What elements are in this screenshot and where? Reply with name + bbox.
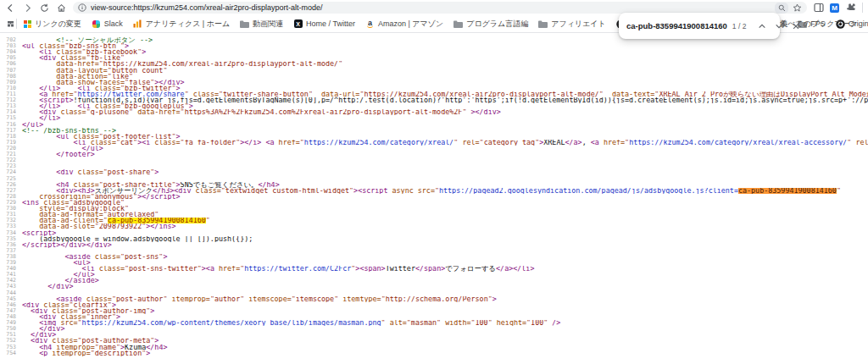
url-text: view-source:https://kzum254.com/xreal-ai…	[91, 3, 771, 12]
side-panel-icon[interactable]	[813, 3, 824, 14]
line-number: 722	[2, 157, 16, 163]
source-link[interactable]: https://twitter.com/C2Fcr	[244, 266, 351, 272]
m-extension-icon[interactable]: M	[830, 3, 839, 13]
page-info-icon[interactable]	[78, 3, 86, 12]
find-match: ca-pub-8359941900814160	[108, 218, 206, 223]
browser-window: view-source:https://kzum254.com/xreal-ai…	[0, 0, 868, 364]
line-number: 742	[2, 278, 16, 284]
source-line: 715 </li>	[2, 115, 868, 121]
source-line: 706 data-href="https://kzum254.com/xreal…	[2, 61, 868, 67]
line-number: 734	[2, 230, 16, 236]
source-line: 737	[2, 248, 868, 254]
source-line: 743 </div>	[2, 284, 868, 290]
lens-icon[interactable]	[775, 3, 788, 14]
source-line: 752 <div class="post-author-meta">	[2, 338, 868, 344]
extensions-puzzle-icon[interactable]	[845, 3, 856, 14]
source-line: 703<ul class="bzb-sns-btn ">	[2, 43, 868, 49]
source-line: 744	[2, 290, 868, 296]
source-line: 722	[2, 157, 868, 163]
line-number: 720	[2, 146, 16, 152]
source-line: 709 data-show-faces="false"></div>	[2, 80, 868, 85]
line-number: 738	[2, 254, 16, 260]
line-number: 711	[2, 91, 16, 97]
line-number: 747	[2, 308, 16, 314]
find-match-active: ca-pub-8359941900814160	[738, 188, 837, 194]
bookmark-label: リンクの変更	[35, 19, 81, 30]
view-source-content: 702 <!-- ソーシャルボタン -->703<ul class="bzb-s…	[0, 33, 868, 356]
find-previous-icon[interactable]	[756, 20, 768, 32]
bookmark-item[interactable]: プログラム言語編	[448, 17, 533, 30]
analytics-icon	[133, 19, 142, 29]
line-number: 731	[2, 212, 16, 218]
bookmark-item[interactable]: アフィリエイト	[533, 17, 610, 30]
find-next-icon[interactable]	[773, 20, 785, 32]
bookmark-item[interactable]: 動画関連	[235, 17, 288, 30]
source-link[interactable]: https://pagead2.googlesyndication.com/pa…	[439, 188, 738, 194]
source-line: 740 <li class="post-sns-twitter"><a href…	[2, 266, 868, 272]
address-bar[interactable]: view-source:https://kzum254.com/xreal-ai…	[73, 2, 807, 14]
line-number: 746	[2, 302, 16, 308]
source-line: 745 <aside class="post-author" itemprop=…	[2, 296, 868, 302]
line-number: 727	[2, 188, 16, 194]
reload-icon[interactable]	[39, 3, 50, 14]
find-query-input[interactable]: ca-pub-8359941900814160	[626, 21, 727, 30]
source-link[interactable]: https://kzum254.com/category/xreal/	[304, 140, 453, 146]
source-line: 742 </aside>	[2, 278, 868, 284]
find-close-icon[interactable]	[790, 20, 802, 32]
bookmark-item[interactable]: XHome / Twitter	[288, 17, 360, 30]
forward-icon[interactable]	[22, 3, 33, 14]
line-number: 749	[2, 320, 16, 326]
bookmark-label: Home / Twitter	[306, 19, 355, 28]
line-number: 702	[2, 37, 16, 43]
line-number: 725	[2, 176, 16, 182]
bookmark-item[interactable]: Slack	[86, 17, 128, 30]
toolbar-extensions: M	[813, 3, 863, 14]
source-line: 726 <h4 class="post-share-title">SNSでもご覧…	[2, 182, 868, 188]
line-number: 732	[2, 218, 16, 223]
source-line: 748 <div class="inner">	[2, 314, 868, 320]
source-line: 723	[2, 163, 868, 169]
back-icon[interactable]	[5, 3, 16, 14]
line-number: 715	[2, 115, 16, 121]
line-number: 707	[2, 68, 16, 74]
folder-icon	[538, 19, 548, 29]
line-number: 710	[2, 85, 16, 91]
source-line: 711 <a href="https://twitter.com/share" …	[2, 91, 868, 97]
bookmark-label: アナリティクス | ホーム	[146, 19, 230, 30]
line-number: 719	[2, 140, 16, 146]
amazon-icon: a	[365, 19, 375, 29]
line-number: 706	[2, 61, 16, 67]
x-icon: X	[293, 19, 303, 29]
line-number: 726	[2, 182, 16, 188]
source-link[interactable]: https://kzum254.com/wp-content/themes/xe…	[82, 320, 381, 326]
source-line: 732 data-ad-client="ca-pub-8359941900814…	[2, 218, 868, 223]
line-number: 708	[2, 74, 16, 80]
bookmark-item[interactable]: アナリティクス | ホーム	[128, 17, 235, 30]
source-line: 731 data-ad-format="autorelaxed"	[2, 212, 868, 218]
source-link[interactable]: https://kzum254.com/category/xreal/xreal…	[629, 140, 847, 146]
line-number: 751	[2, 332, 16, 338]
apps-grid-icon[interactable]	[5, 17, 16, 30]
line-number: 737	[2, 248, 16, 254]
bookmark-star-icon[interactable]	[793, 3, 802, 13]
bookmark-item[interactable]: リンクの変更	[17, 17, 86, 30]
source-line: 725	[2, 176, 868, 182]
source-line: 754 <p itemprop="description">	[2, 350, 868, 356]
line-number: 728	[2, 194, 16, 200]
folder-icon	[453, 19, 463, 29]
source-line: 713 </li> <li class="bzb-googleplus">	[2, 103, 868, 109]
line-number: 729	[2, 200, 16, 206]
line-number: 718	[2, 134, 16, 140]
home-icon[interactable]	[56, 3, 67, 14]
line-number: 743	[2, 284, 16, 290]
line-number: 744	[2, 290, 16, 296]
bookmark-item[interactable]: aAmazon | アマゾン	[360, 17, 448, 30]
find-in-page-bar: ca-pub-8359941900814160 1 / 2	[619, 13, 780, 39]
source-code: 702 <!-- ソーシャルボタン -->703<ul class="bzb-s…	[2, 37, 868, 356]
source-line: 727 <div><h3>スポンサーリンク</h3><div class="te…	[2, 188, 868, 194]
bookmark-label: アフィリエイト	[551, 19, 605, 30]
source-link[interactable]: https://twitter.com/share	[78, 91, 185, 97]
line-number: 739	[2, 260, 16, 266]
line-number: 741	[2, 272, 16, 278]
source-line: 730 style="display:block"	[2, 206, 868, 212]
